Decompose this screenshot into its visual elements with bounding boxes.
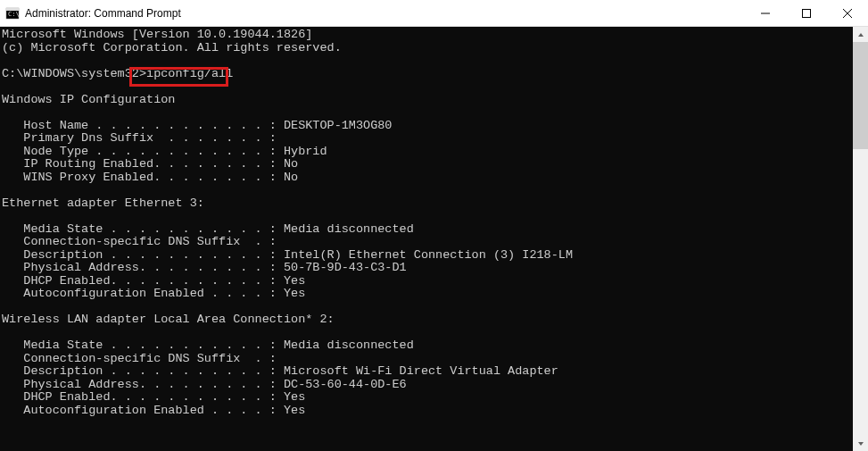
svg-rect-4 — [803, 10, 811, 18]
adapter2-autoconfig-value: Yes — [284, 404, 305, 417]
adapter1-conn-dns-label: Connection-specific DNS Suffix . : — [2, 235, 277, 248]
terminal-output[interactable]: Microsoft Windows [Version 10.0.19044.18… — [0, 27, 853, 451]
window-controls — [745, 0, 868, 26]
copyright-line: (c) Microsoft Corporation. All rights re… — [2, 41, 342, 54]
primary-dns-label: Primary Dns Suffix . . . . . . . : — [2, 131, 277, 145]
adapter1-autoconfig-label: Autoconfiguration Enabled . . . . : — [2, 287, 284, 300]
scrollbar-up-button[interactable] — [853, 27, 868, 42]
vertical-scrollbar[interactable] — [853, 27, 868, 451]
adapter1-physical-addr-label: Physical Address. . . . . . . . . : — [2, 261, 284, 274]
adapter1-header: Ethernet adapter Ethernet 3: — [2, 196, 204, 210]
maximize-button[interactable] — [786, 0, 827, 27]
adapter2-conn-dns-label: Connection-specific DNS Suffix . : — [2, 352, 277, 365]
adapter2-physical-addr-value: DC-53-60-44-0D-E6 — [284, 378, 407, 391]
adapter2-media-state-value: Media disconnected — [284, 338, 414, 352]
adapter2-dhcp-value: Yes — [284, 390, 305, 404]
cmd-icon: C:\ — [5, 6, 20, 21]
adapter2-description-value: Microsoft Wi-Fi Direct Virtual Adapter — [284, 364, 558, 378]
adapter1-dhcp-value: Yes — [284, 274, 305, 288]
window-title: Administrator: Command Prompt — [25, 7, 745, 20]
host-name-label: Host Name . . . . . . . . . . . . : — [2, 119, 284, 132]
minimize-button[interactable] — [745, 0, 786, 27]
adapter1-description-label: Description . . . . . . . . . . . : — [2, 248, 284, 262]
typed-command: ipconfig/all — [146, 67, 233, 80]
version-line: Microsoft Windows [Version 10.0.19044.18… — [2, 28, 312, 41]
ip-routing-value: No — [284, 157, 298, 171]
adapter2-header: Wireless LAN adapter Local Area Connecti… — [2, 313, 335, 326]
prompt-char: > — [139, 67, 146, 80]
adapter2-description-label: Description . . . . . . . . . . . : — [2, 364, 284, 378]
ip-routing-label: IP Routing Enabled. . . . . . . . : — [2, 157, 284, 171]
adapter1-media-state-value: Media disconnected — [284, 222, 414, 236]
svg-text:C:\: C:\ — [8, 11, 20, 18]
adapter2-media-state-label: Media State . . . . . . . . . . . : — [2, 338, 284, 352]
host-name-value: DESKTOP-1M3OG80 — [284, 119, 393, 132]
section-header: Windows IP Configuration — [2, 93, 175, 106]
adapter1-description-value: Intel(R) Ethernet Connection (3) I218-LM — [284, 248, 573, 262]
adapter1-physical-addr-value: 50-7B-9D-43-C3-D1 — [284, 261, 407, 274]
wins-proxy-label: WINS Proxy Enabled. . . . . . . . : — [2, 171, 284, 184]
scrollbar-thumb[interactable] — [853, 42, 868, 149]
node-type-value: Hybrid — [284, 145, 327, 158]
wins-proxy-value: No — [284, 171, 298, 184]
adapter2-dhcp-label: DHCP Enabled. . . . . . . . . . . : — [2, 390, 284, 404]
adapter1-dhcp-label: DHCP Enabled. . . . . . . . . . . : — [2, 274, 284, 288]
adapter2-autoconfig-label: Autoconfiguration Enabled . . . . : — [2, 404, 284, 417]
node-type-label: Node Type . . . . . . . . . . . . : — [2, 145, 284, 158]
close-button[interactable] — [827, 0, 868, 27]
scrollbar-down-button[interactable] — [853, 436, 868, 451]
prompt-path: C:\WINDOWS\system32 — [2, 67, 139, 80]
adapter2-physical-addr-label: Physical Address. . . . . . . . . : — [2, 378, 284, 391]
adapter1-autoconfig-value: Yes — [284, 287, 305, 300]
window-titlebar[interactable]: C:\ Administrator: Command Prompt — [0, 0, 868, 27]
adapter1-media-state-label: Media State . . . . . . . . . . . : — [2, 222, 284, 236]
